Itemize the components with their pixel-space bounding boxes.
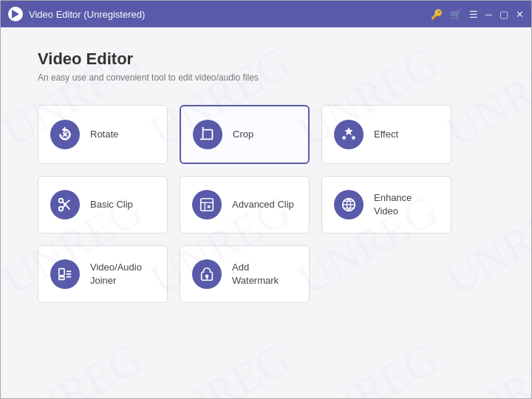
window-controls: 🔑 🛒 ☰ ─ ▢ ✕ — [431, 9, 524, 20]
advanced-clip-label: Advanced Clip — [232, 198, 294, 211]
effect-icon — [334, 120, 364, 149]
enhance-video-icon — [334, 190, 364, 219]
app-icon — [8, 7, 23, 21]
card-basic-clip[interactable]: Basic Clip — [38, 176, 168, 233]
svg-rect-12 — [201, 199, 214, 211]
card-effect[interactable]: Effect — [321, 105, 451, 164]
svg-marker-0 — [12, 10, 19, 18]
video-audio-joiner-label: Video/AudioJoiner — [90, 261, 142, 287]
card-video-audio-joiner[interactable]: Video/AudioJoiner — [38, 245, 168, 303]
crop-icon — [193, 120, 222, 149]
add-watermark-icon: T — [192, 259, 222, 289]
feature-grid: Rotate Crop — [38, 105, 451, 303]
effect-label: Effect — [374, 128, 398, 141]
card-crop[interactable]: Crop — [180, 105, 310, 164]
maximize-button[interactable]: ▢ — [499, 9, 508, 20]
advanced-clip-icon — [192, 190, 222, 219]
card-advanced-clip[interactable]: Advanced Clip — [180, 176, 310, 233]
card-add-watermark[interactable]: T AddWatermark — [180, 245, 310, 303]
crop-label: Crop — [233, 128, 253, 141]
main-window: Video Editor (Unregistered) 🔑 🛒 ☰ ─ ▢ ✕ … — [0, 0, 532, 399]
basic-clip-label: Basic Clip — [90, 198, 133, 211]
basic-clip-icon — [50, 190, 80, 219]
rotate-icon — [50, 120, 80, 149]
close-button[interactable]: ✕ — [516, 9, 524, 20]
info-icon[interactable]: ☰ — [469, 9, 478, 20]
enhance-video-label: EnhanceVideo — [374, 191, 412, 218]
minimize-button[interactable]: ─ — [485, 9, 492, 20]
page-title: Video Editor — [38, 50, 494, 69]
svg-rect-3 — [203, 130, 213, 140]
page-subtitle: An easy use and convenient tool to edit … — [38, 72, 494, 83]
rotate-label: Rotate — [90, 128, 118, 141]
key-icon[interactable]: 🔑 — [431, 9, 443, 20]
card-enhance-video[interactable]: EnhanceVideo — [321, 176, 451, 233]
main-content: Video Editor An easy use and convenient … — [1, 27, 531, 398]
video-audio-joiner-icon — [50, 259, 80, 289]
svg-rect-20 — [59, 277, 64, 280]
add-watermark-label: AddWatermark — [232, 261, 279, 287]
svg-rect-19 — [59, 269, 64, 276]
titlebar: Video Editor (Unregistered) 🔑 🛒 ☰ ─ ▢ ✕ — [1, 1, 531, 27]
card-rotate[interactable]: Rotate — [38, 105, 168, 164]
window-title: Video Editor (Unregistered) — [29, 9, 431, 20]
cart-icon[interactable]: 🛒 — [450, 9, 462, 20]
